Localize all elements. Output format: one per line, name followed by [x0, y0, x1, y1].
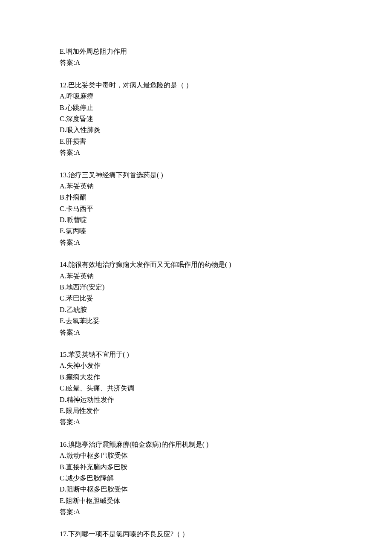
option-text: C.眩晕、头痛、共济失调 — [60, 383, 332, 394]
option-text: E.去氧苯比妥 — [60, 315, 332, 327]
option-text: E.增加外周总阻力作用 — [60, 46, 332, 57]
question-stem: 15.苯妥英钠不宜用于( ) — [60, 349, 332, 360]
option-text: D.精神运动性发作 — [60, 394, 332, 405]
answer-text: 答案:A — [60, 506, 332, 517]
option-text: E.限局性发作 — [60, 405, 332, 416]
answer-text: 答案:A — [60, 327, 332, 338]
question-block-12: 12.巴比妥类中毒时，对病人最危险的是（ ） A.呼吸麻痹 B.心跳停止 C.深… — [60, 80, 332, 159]
option-text: A.激动中枢多巴胺受体 — [60, 450, 332, 461]
answer-text: 答案:A — [60, 416, 332, 428]
answer-text: 答案:A — [60, 57, 332, 68]
question-block-17-partial: 17.下列哪一项不是氯丙嗪的不良反应?（ ） — [60, 529, 332, 540]
option-text: E.阻断中枢胆碱受体 — [60, 495, 332, 506]
option-text: E.肝损害 — [60, 136, 332, 147]
option-text: D.阻断中枢多巴胺受体 — [60, 484, 332, 495]
option-text: C.苯巴比妥 — [60, 293, 332, 304]
option-text: A.苯妥英钠 — [60, 271, 332, 282]
partial-question-top: E.增加外周总阻力作用 答案:A — [60, 46, 332, 69]
option-text: D.吸入性肺炎 — [60, 124, 332, 136]
question-stem: 13.治疗三叉神经痛下列首选药是( ) — [60, 170, 332, 181]
option-text: A.呼吸麻痹 — [60, 91, 332, 102]
option-text: D.哌替啶 — [60, 214, 332, 225]
question-block-16: 16.溴隐亭治疗震颤麻痹(帕金森病)的作用机制是( ) A.激动中枢多巴胺受体 … — [60, 439, 332, 518]
option-text: B.癫痫大发作 — [60, 372, 332, 383]
answer-text: 答案:A — [60, 147, 332, 158]
option-text: A.苯妥英钠 — [60, 181, 332, 192]
question-block-15: 15.苯妥英钠不宜用于( ) A.失神小发作 B.癫痫大发作 C.眩晕、头痛、共… — [60, 349, 332, 428]
option-text: C.卡马西平 — [60, 203, 332, 214]
option-text: E.氯丙嗪 — [60, 225, 332, 237]
option-text: C.减少多巴胺降解 — [60, 473, 332, 484]
question-stem: 12.巴比妥类中毒时，对病人最危险的是（ ） — [60, 80, 332, 91]
option-text: A.失神小发作 — [60, 360, 332, 371]
option-text: B.心跳停止 — [60, 102, 332, 113]
answer-text: 答案:A — [60, 237, 332, 248]
question-stem: 17.下列哪一项不是氯丙嗪的不良反应?（ ） — [60, 529, 332, 540]
question-block-13: 13.治疗三叉神经痛下列首选药是( ) A.苯妥英钠 B.扑痫酮 C.卡马西平 … — [60, 170, 332, 249]
option-text: B.直接补充脑内多巴胺 — [60, 462, 332, 473]
question-stem: 14.能很有效地治疗癫痫大发作而又无催眠作用的药物是( ) — [60, 259, 332, 270]
question-stem: 16.溴隐亭治疗震颤麻痹(帕金森病)的作用机制是( ) — [60, 439, 332, 450]
option-text: D.乙琥胺 — [60, 304, 332, 315]
option-text: C.深度昏迷 — [60, 113, 332, 124]
option-text: B.扑痫酮 — [60, 192, 332, 203]
question-block-14: 14.能很有效地治疗癫痫大发作而又无催眠作用的药物是( ) A.苯妥英钠 B.地… — [60, 259, 332, 338]
option-text: B.地西泮(安定) — [60, 282, 332, 293]
